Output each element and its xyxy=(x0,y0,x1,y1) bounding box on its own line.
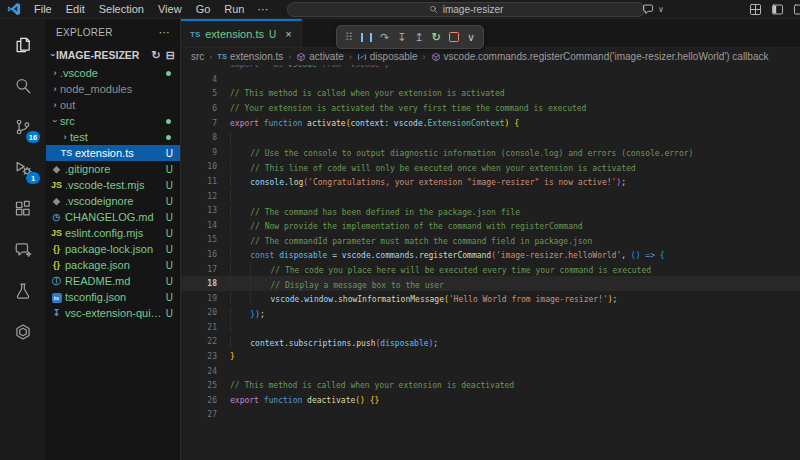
token: ; xyxy=(433,339,438,348)
tree-item-package-lock.json[interactable]: {}package-lock.jsonU xyxy=(46,241,180,257)
line-number[interactable]: 24 xyxy=(181,367,217,376)
git-file-icon: ◆ xyxy=(50,164,63,174)
customize-layout-icon[interactable] xyxy=(749,3,762,16)
tree-item-extension.ts[interactable]: TSextension.tsU xyxy=(46,145,180,161)
code-line-13: 13// The command has been defined in the… xyxy=(181,203,800,218)
line-number[interactable]: 12 xyxy=(181,192,217,201)
breadcrumb-item[interactable]: TSextension.ts xyxy=(217,51,283,62)
tree-item-vsc-extension-quickstart.md[interactable]: ↧vsc-extension-quickstart.mdU xyxy=(46,305,180,321)
code-line-11: 11console.log('Congratulations, your ext… xyxy=(181,174,800,189)
json-file-icon: {} xyxy=(50,260,63,270)
token: import xyxy=(230,65,259,69)
line-number[interactable]: 21 xyxy=(181,323,217,332)
line-number[interactable]: 8 xyxy=(181,133,217,142)
menu-view[interactable]: View xyxy=(151,0,189,18)
line-number[interactable]: 14 xyxy=(181,221,217,230)
tree-item-eslint.config.mjs[interactable]: JSeslint.config.mjsU xyxy=(46,225,180,241)
menu-file[interactable]: File xyxy=(27,0,59,18)
tree-item-.vscode[interactable]: ›.vscode xyxy=(46,65,180,81)
menu-edit[interactable]: Edit xyxy=(59,0,92,18)
close-icon[interactable]: × xyxy=(285,28,291,40)
tab-dirty-indicator: U xyxy=(269,29,276,40)
line-content: // This line of code will only be execut… xyxy=(230,161,636,173)
activity-item-explorer[interactable] xyxy=(0,24,46,65)
menu-run[interactable]: Run xyxy=(217,0,251,18)
code-line-3: 3import * as vscode from 'vscode'; xyxy=(181,65,800,72)
line-number[interactable]: 5 xyxy=(181,89,217,98)
line-number[interactable]: 7 xyxy=(181,119,217,128)
activity-item-run-debug[interactable]: 1 xyxy=(0,147,46,188)
folder-section-header[interactable]: › IMAGE-RESIZER ↻ ⊟ xyxy=(46,45,180,65)
restart-button[interactable]: ↻ xyxy=(432,32,441,43)
line-number[interactable]: 23 xyxy=(181,352,217,361)
copilot-chat-button[interactable]: ∨ xyxy=(642,1,664,17)
token: subscriptions xyxy=(289,339,352,348)
activity-item-chatgpt[interactable] xyxy=(0,311,46,352)
debug-more-icon[interactable]: ∨ xyxy=(467,32,475,43)
git-untracked-badge: U xyxy=(166,148,180,159)
tree-item-node_modules[interactable]: ›node_modules xyxy=(46,81,180,97)
views-more-icon[interactable]: ⋯ xyxy=(159,26,170,39)
toggle-panel-icon[interactable] xyxy=(793,3,800,16)
code-editor[interactable]: 3import * as vscode from 'vscode';45// T… xyxy=(181,65,800,460)
line-number[interactable]: 20 xyxy=(181,308,217,317)
activity-item-extensions[interactable] xyxy=(0,188,46,229)
line-number[interactable]: 18 xyxy=(181,279,217,288)
refresh-icon[interactable]: ↻ xyxy=(152,49,161,61)
tree-item-test[interactable]: ›test xyxy=(46,129,180,145)
token: disposable xyxy=(279,251,327,260)
tree-item-.vscodeignore[interactable]: ◆.vscodeignoreU xyxy=(46,193,180,209)
activity-item-testing[interactable] xyxy=(0,270,46,311)
line-number[interactable]: 27 xyxy=(181,410,217,419)
tree-item-README.md[interactable]: ⓘREADME.mdU xyxy=(46,273,180,289)
line-number[interactable]: 11 xyxy=(181,177,217,186)
tree-item-out[interactable]: ›out xyxy=(46,97,180,113)
tab-extension-ts[interactable]: TS extension.ts U × xyxy=(181,19,302,47)
line-number[interactable]: 17 xyxy=(181,265,217,274)
tree-item-package.json[interactable]: {}package.jsonU xyxy=(46,257,180,273)
breadcrumb-item[interactable]: disposable xyxy=(357,51,418,62)
file-label: README.md xyxy=(65,275,166,287)
pause-button[interactable] xyxy=(361,33,372,42)
command-center-search[interactable]: image-resizer xyxy=(287,2,645,17)
line-number[interactable]: 9 xyxy=(181,148,217,157)
tree-item-tsconfig.json[interactable]: tstsconfig.jsonU xyxy=(46,289,180,305)
tree-item-CHANGELOG.md[interactable]: ◷CHANGELOG.mdU xyxy=(46,209,180,225)
tree-item-.gitignore[interactable]: ◆.gitignoreU xyxy=(46,161,180,177)
line-number[interactable]: 26 xyxy=(181,396,217,405)
collapse-all-icon[interactable]: ⊟ xyxy=(166,49,175,61)
activity-item-copilot-chat[interactable] xyxy=(0,229,46,270)
activity-item-search[interactable] xyxy=(0,65,46,106)
menu-go[interactable]: Go xyxy=(189,0,218,18)
step-into-button[interactable]: ↧ xyxy=(397,32,406,43)
toggle-sidebar-icon[interactable] xyxy=(771,3,784,16)
breadcrumb-item[interactable]: activate xyxy=(296,51,343,62)
drag-handle[interactable]: ⠿ xyxy=(345,32,353,43)
tree-item-.vscode-test.mjs[interactable]: JS.vscode-test.mjsU xyxy=(46,177,180,193)
breadcrumb-item[interactable]: vscode.commands.registerCommand('image-r… xyxy=(431,51,769,62)
line-number[interactable]: 4 xyxy=(181,75,217,84)
line-number[interactable]: 16 xyxy=(181,250,217,259)
token: { xyxy=(660,251,665,260)
code-line-14: 14// Now provide the implementation of t… xyxy=(181,218,800,233)
more-menu-icon[interactable]: ⋯ xyxy=(252,3,275,16)
file-tree: ›.vscode›node_modules›out›src›testTSexte… xyxy=(46,65,180,460)
line-number[interactable]: 22 xyxy=(181,337,217,346)
menu-selection[interactable]: Selection xyxy=(92,0,151,18)
activity-item-source-control[interactable]: 16 xyxy=(0,106,46,147)
token: ; xyxy=(613,295,618,304)
chat-bubble-icon xyxy=(642,3,655,16)
line-number[interactable]: 25 xyxy=(181,381,217,390)
step-out-button[interactable]: ↥ xyxy=(415,32,424,43)
tree-item-src[interactable]: ›src xyxy=(46,113,180,129)
line-number[interactable]: 15 xyxy=(181,235,217,244)
line-number[interactable]: 19 xyxy=(181,294,217,303)
line-number[interactable]: 6 xyxy=(181,104,217,113)
breadcrumb-item[interactable]: src xyxy=(191,51,204,62)
line-number[interactable]: 10 xyxy=(181,162,217,171)
indent-guide xyxy=(230,175,250,187)
testing-icon xyxy=(14,282,32,300)
line-number[interactable]: 13 xyxy=(181,206,217,215)
stop-button[interactable] xyxy=(449,32,459,42)
step-over-button[interactable]: ↷ xyxy=(380,32,389,43)
